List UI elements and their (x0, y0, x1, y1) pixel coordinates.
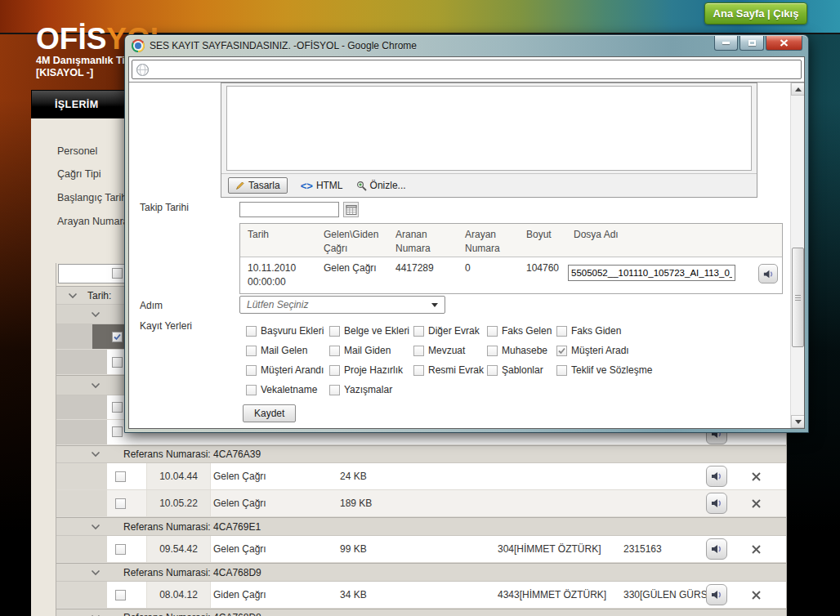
adim-dropdown[interactable]: Lütfen Seçiniz (239, 296, 445, 314)
row-gutter (56, 582, 107, 608)
row-checkbox[interactable] (115, 544, 126, 555)
close-button[interactable] (766, 36, 802, 51)
checkbox-mevzuat[interactable]: Mevzuat (413, 345, 487, 356)
row-checkbox[interactable] (115, 498, 126, 509)
filter-label-personel: Personel (57, 145, 97, 157)
speaker-icon (710, 470, 723, 483)
play-audio-button[interactable] (758, 264, 778, 283)
popup-titlebar[interactable]: SES KAYIT SAYFASINDASINIZ. -OFİSYOL - Go… (125, 35, 808, 56)
takip-tarihi-input[interactable] (239, 202, 339, 217)
speaker-icon (762, 268, 775, 280)
address-strip (129, 57, 804, 83)
preview-button[interactable]: Önizle... (356, 180, 406, 191)
row-checkbox[interactable] (112, 332, 123, 342)
collapse-chevron-icon[interactable] (68, 292, 78, 299)
delete-icon[interactable] (751, 590, 762, 600)
triangle-down-icon (795, 420, 802, 424)
checkbox-yazismalar[interactable]: Yazışmalar (329, 384, 413, 395)
popup-client-area: Tasarla <> HTML (128, 56, 805, 429)
collapse-chevron-icon[interactable] (91, 451, 101, 458)
rich-text-editor[interactable] (226, 86, 752, 171)
calendar-icon (346, 204, 357, 216)
file-size: 99 KB (340, 543, 367, 555)
checkbox-belge-ve-ekleri[interactable]: Belge ve Ekleri (329, 325, 413, 337)
checkbox-vekaletname[interactable]: Vekaletname (246, 384, 329, 395)
scroll-up-button[interactable] (791, 83, 804, 96)
checkbox-basvuru-ekleri[interactable]: Başvuru Ekleri (246, 325, 329, 337)
minimize-button[interactable] (714, 36, 738, 51)
cell-dosya (566, 257, 782, 293)
recording-table-header: Tarih Gelen\Giden Çağrı Aranan Numara Ar… (240, 224, 782, 257)
col-tarih: Tarih (240, 224, 316, 257)
checkbox-muhasebe[interactable]: Muhasebe (487, 345, 556, 356)
delete-icon[interactable] (751, 544, 762, 555)
call-type: Gelen Çağrı (213, 543, 266, 555)
speaker-icon (710, 588, 723, 601)
row-checkbox[interactable] (112, 426, 123, 437)
table-row[interactable]: 08.04.12 Giden Çağrı 34 KB 4343[HİMMET Ö… (56, 582, 786, 609)
cell-arayan: 0 (458, 257, 519, 293)
collapse-chevron-icon[interactable] (91, 569, 101, 576)
collapse-chevron-icon[interactable] (91, 382, 101, 389)
row-checkbox[interactable] (112, 357, 123, 368)
design-mode-button[interactable]: Tasarla (228, 177, 288, 194)
filter-label-arayan-numara: Arayan Numara (57, 216, 129, 227)
file-size: 24 KB (340, 471, 367, 482)
checkbox-mail-gelen[interactable]: Mail Gelen (246, 345, 329, 356)
home-logout-button[interactable]: Ana Sayfa | Çıkış (704, 2, 807, 25)
kayit-yerleri-label: Kayıt Yerleri (140, 320, 192, 332)
group-label: Referans Numarasi: 4CA768D9 (123, 567, 261, 578)
cell-tip: Gelen Çağrı (316, 257, 388, 293)
play-audio-button[interactable] (706, 538, 727, 560)
scrollbar-thumb[interactable] (792, 248, 804, 347)
row-checkbox[interactable] (112, 402, 123, 413)
cell-aranan: 4417289 (388, 257, 458, 293)
checkbox-musteri-aradi[interactable]: Müşteri Aradı (556, 345, 671, 356)
checkbox-diger-evrak[interactable]: Diğer Evrak (413, 325, 487, 337)
close-icon (780, 39, 789, 47)
popup-scrollbar (790, 83, 804, 428)
row-checkbox[interactable] (115, 590, 126, 600)
checkbox-mail-giden[interactable]: Mail Giden (329, 345, 413, 356)
filter-label-baslangic-tarih: Başlangıç Tarih (57, 192, 127, 203)
popup-title: SES KAYIT SAYFASINDASINIZ. -OFİSYOL - Go… (150, 40, 417, 51)
play-audio-button[interactable] (706, 584, 727, 605)
recording-table: Tarih Gelen\Giden Çağrı Aranan Numara Ar… (239, 223, 783, 294)
checkbox-teklif-ve-sozlesme[interactable]: Teklif ve Sözleşme (556, 364, 671, 376)
adim-label: Adım (140, 300, 163, 311)
row-checkbox[interactable] (115, 471, 126, 482)
select-all-checkbox[interactable] (112, 268, 123, 279)
col-dosya-adi: Dosya Adı (566, 224, 782, 257)
row-gutter (56, 463, 107, 489)
speaker-icon (710, 542, 723, 556)
checkbox-proje-hazirlik[interactable]: Proje Hazırlık (329, 364, 413, 376)
delete-icon[interactable] (751, 471, 762, 482)
table-row[interactable]: 10.05.22 Gelen Çağrı 189 KB (56, 490, 786, 517)
calendar-button[interactable] (343, 202, 359, 217)
checkbox-faks-gelen[interactable]: Faks Gelen (487, 325, 556, 337)
chevron-down-icon (431, 303, 438, 307)
checkbox-musteri-arandi[interactable]: Müşteri Arandı (246, 364, 329, 376)
filter-label-cagri-tipi: Çağrı Tipi (57, 168, 101, 180)
delete-icon[interactable] (751, 498, 762, 509)
save-button[interactable]: Kaydet (243, 404, 296, 422)
code-icon: <> (301, 180, 313, 192)
maximize-button[interactable] (739, 36, 764, 51)
table-row[interactable]: 10.04.44 Gelen Çağrı 24 KB (56, 463, 786, 490)
triangle-up-icon (795, 87, 802, 92)
checkbox-faks-giden[interactable]: Faks Giden (556, 325, 671, 337)
html-mode-button[interactable]: <> HTML (301, 180, 343, 192)
checkbox-resmi-evrak[interactable]: Resmi Evrak (413, 364, 487, 376)
play-audio-button[interactable] (706, 493, 727, 514)
scroll-down-button[interactable] (791, 415, 804, 428)
address-bar[interactable] (132, 60, 802, 79)
caller: 304[HİMMET ÖZTÜRK] (498, 543, 601, 555)
collapse-chevron-icon[interactable] (91, 311, 101, 318)
dosya-adi-input[interactable] (568, 265, 735, 281)
collapse-chevron-icon[interactable] (91, 524, 101, 530)
play-audio-button[interactable] (706, 466, 727, 487)
window-controls (714, 36, 802, 51)
table-row[interactable]: 09.54.42 Gelen Çağrı 99 KB 304[HİMMET ÖZ… (56, 536, 786, 563)
menu-islerim[interactable]: İŞLERİM (55, 99, 99, 110)
checkbox-sablonlar[interactable]: Şablonlar (487, 364, 556, 376)
